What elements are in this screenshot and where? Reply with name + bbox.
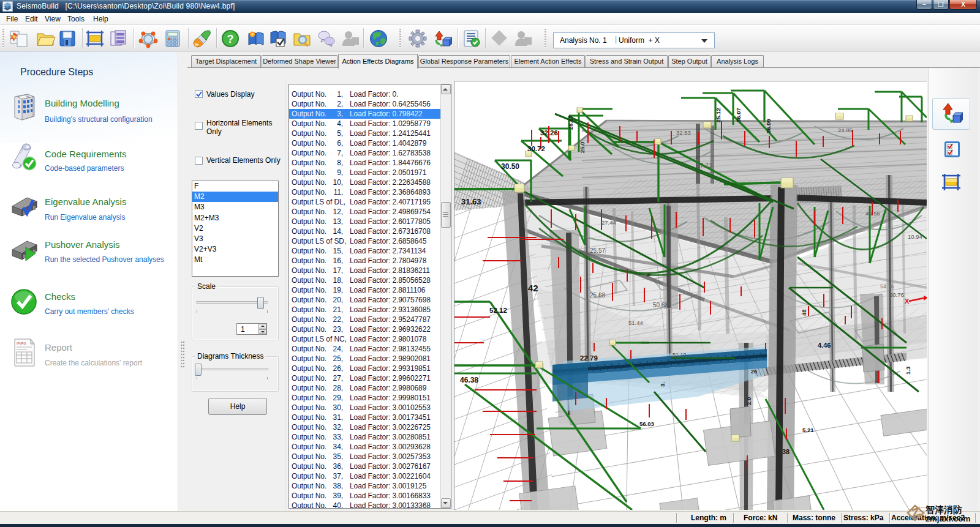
svg-text:50.76: 50.76 bbox=[889, 291, 904, 298]
svg-text:52.12: 52.12 bbox=[489, 307, 507, 314]
svg-text:54.76: 54.76 bbox=[880, 283, 894, 290]
svg-text:24.85: 24.85 bbox=[838, 127, 853, 133]
svg-text:3.: 3. bbox=[659, 382, 666, 387]
svg-text:30.50: 30.50 bbox=[501, 162, 519, 171]
svg-text:31.63: 31.63 bbox=[461, 197, 481, 206]
svg-text:36.07: 36.07 bbox=[735, 108, 742, 122]
svg-text:51.10: 51.10 bbox=[673, 352, 687, 358]
svg-text:X: X bbox=[905, 297, 910, 305]
svg-text:22.79: 22.79 bbox=[580, 354, 598, 362]
svg-text:25.57: 25.57 bbox=[590, 247, 605, 254]
svg-text:25.0: 25.0 bbox=[579, 142, 586, 154]
svg-text:5.21: 5.21 bbox=[802, 427, 814, 433]
svg-text:26: 26 bbox=[751, 368, 757, 375]
svg-text:45.56: 45.56 bbox=[865, 210, 880, 217]
svg-text:26.67: 26.67 bbox=[567, 115, 574, 130]
svg-text:32.53: 32.53 bbox=[676, 129, 691, 136]
svg-text:27.44: 27.44 bbox=[601, 219, 616, 226]
svg-text:25.68: 25.68 bbox=[590, 292, 605, 299]
svg-text:?: ? bbox=[227, 33, 234, 45]
svg-text:1.3: 1.3 bbox=[905, 367, 911, 375]
svg-text:36.09: 36.09 bbox=[765, 119, 772, 133]
svg-text:智淎消防: 智淎消防 bbox=[925, 504, 962, 515]
svg-text:IPVRG: IPVRG bbox=[17, 342, 26, 345]
svg-text:42: 42 bbox=[528, 283, 538, 293]
svg-text:4.46: 4.46 bbox=[818, 342, 831, 349]
svg-text:38: 38 bbox=[782, 448, 790, 455]
svg-text:32.26: 32.26 bbox=[540, 129, 558, 136]
svg-text:10.94: 10.94 bbox=[908, 233, 922, 240]
svg-text:50.68: 50.68 bbox=[653, 302, 668, 308]
svg-text:56.03: 56.03 bbox=[639, 420, 654, 427]
svg-text:37.23: 37.23 bbox=[696, 162, 712, 169]
svg-text:46.38: 46.38 bbox=[460, 376, 478, 384]
svg-text:48: 48 bbox=[801, 309, 807, 316]
svg-text:5: 5 bbox=[645, 273, 652, 277]
svg-text:25.12: 25.12 bbox=[715, 108, 722, 122]
svg-text:zmjaxf.com: zmjaxf.com bbox=[925, 514, 971, 523]
svg-text:51.44: 51.44 bbox=[628, 320, 643, 326]
svg-text:30.72: 30.72 bbox=[527, 145, 545, 152]
svg-text:2.0: 2.0 bbox=[745, 397, 752, 405]
